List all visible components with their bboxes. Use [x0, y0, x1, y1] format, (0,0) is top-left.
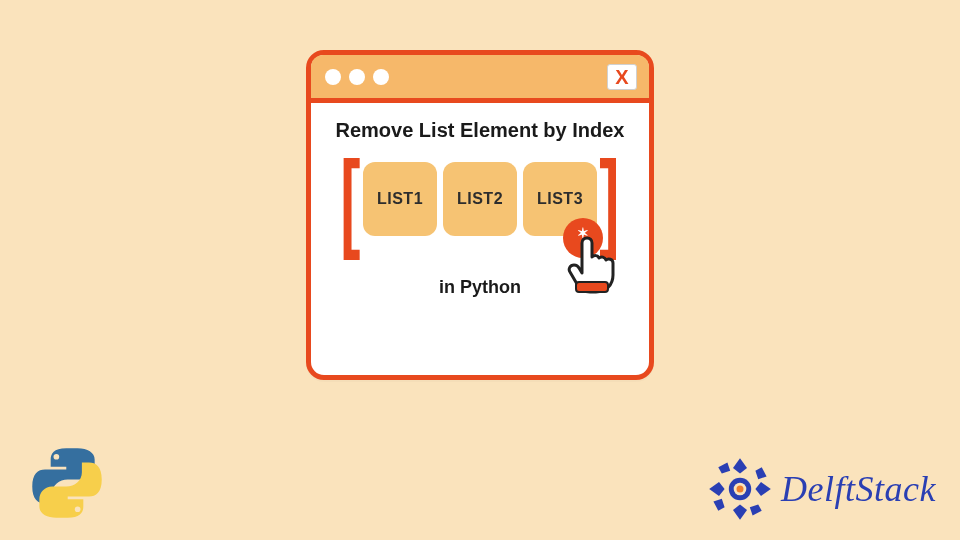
svg-rect-0	[576, 282, 608, 292]
brand-name: DelftStack	[781, 468, 936, 510]
list-item-label: LIST1	[377, 190, 423, 208]
heading-text: Remove List Element by Index	[329, 119, 631, 142]
svg-point-1	[54, 454, 60, 460]
list-item-label: LIST3	[537, 190, 583, 208]
traffic-dot	[349, 69, 365, 85]
svg-point-2	[75, 506, 81, 512]
list-item-label: LIST2	[457, 190, 503, 208]
traffic-dot	[325, 69, 341, 85]
window-titlebar: X	[311, 55, 649, 103]
list-item: LIST1	[363, 162, 437, 236]
delftstack-logo-icon	[705, 454, 775, 524]
traffic-light-dots	[325, 69, 389, 85]
svg-point-5	[737, 486, 744, 493]
close-button[interactable]: X	[607, 64, 637, 90]
hand-pointer-icon	[567, 232, 625, 296]
traffic-dot	[373, 69, 389, 85]
illustration-window: X Remove List Element by Index [ LIST1 L…	[306, 50, 654, 380]
brand-badge: DelftStack	[705, 454, 936, 524]
list-item: LIST2	[443, 162, 517, 236]
python-logo-icon	[28, 444, 106, 522]
close-icon: X	[615, 67, 628, 87]
pointer-cursor-icon: ✶	[559, 220, 629, 300]
bracket-left-icon: [	[341, 160, 361, 237]
